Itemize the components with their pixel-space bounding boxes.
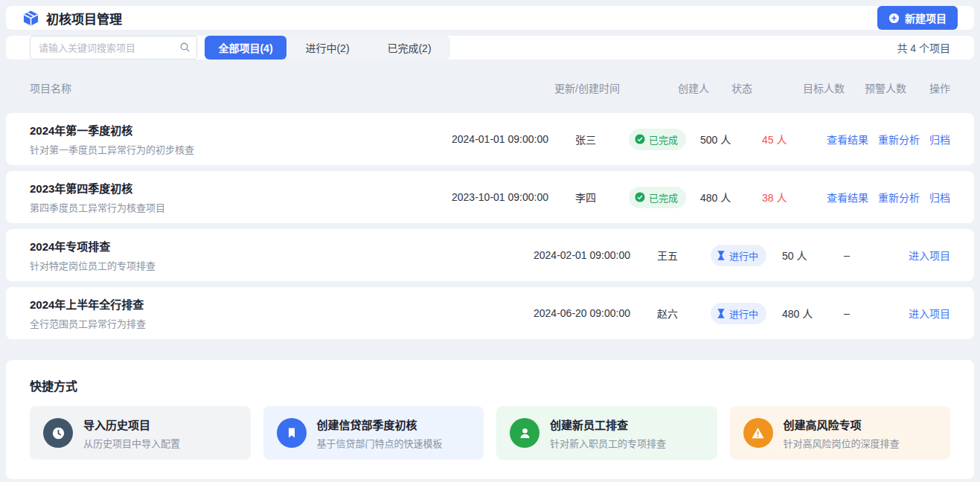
check-circle-icon	[635, 192, 645, 202]
project-description: 全行范围员工异常行为排查	[30, 316, 534, 330]
status-label: 进行中	[729, 306, 758, 321]
project-status-cell: 已完成	[629, 187, 700, 208]
project-title: 2024年上半年全行排查	[30, 296, 534, 312]
row-actions: 查看结果重新分析归档	[827, 132, 950, 147]
toolbar: 全部项目(4) 进行中(2) 已完成(2) 共 4 个项目	[6, 36, 974, 60]
column-header-name: 项目名称	[30, 80, 554, 95]
project-title: 2024年专项排查	[30, 238, 534, 254]
project-name-cell: 2024年第一季度初核 针对第一季度员工异常行为的初步核查	[30, 122, 452, 156]
row-action-link[interactable]: 归档	[929, 132, 950, 147]
row-action-link[interactable]: 查看结果	[827, 132, 868, 147]
table-header-row: 项目名称 更新/创建时间 创建人 状态 目标人数 预警人数 操作	[6, 65, 974, 107]
project-time: 2024-01-01 09:00:00	[452, 133, 575, 145]
target-count: 480 人	[782, 306, 844, 321]
table-row: 2024年专项排查 针对特定岗位员工的专项排查 2024-02-01 09:00…	[6, 229, 974, 281]
project-description: 针对第一季度员工异常行为的初步核查	[30, 142, 452, 156]
shortcut-description: 针对新入职员工的专项排查	[550, 436, 666, 450]
status-badge: 进行中	[711, 245, 766, 266]
cube-icon	[22, 10, 39, 27]
page-title: 初核项目管理	[46, 9, 122, 28]
column-header-time: 更新/创建时间	[554, 80, 678, 95]
tab-in-progress[interactable]: 进行中(2)	[286, 36, 368, 60]
shortcut-title: 创建高风险专项	[784, 417, 900, 432]
warning-icon	[743, 418, 773, 448]
shortcut-card[interactable]: 创建信贷部季度初核 基于信贷部门特点的快速模板	[263, 406, 484, 460]
column-header-warning: 预警人数	[865, 80, 929, 95]
hourglass-icon	[717, 251, 726, 260]
project-creator: 赵六	[657, 306, 711, 321]
target-count: 500 人	[700, 132, 762, 147]
project-name-cell: 2024年上半年全行排查 全行范围员工异常行为排查	[30, 296, 534, 330]
project-creator: 张三	[575, 132, 629, 147]
shortcut-title: 创建信贷部季度初核	[317, 417, 443, 432]
project-rows: 2024年第一季度初核 针对第一季度员工异常行为的初步核查 2024-01-01…	[6, 113, 974, 339]
shortcut-title: 创建新员工排查	[550, 417, 666, 432]
status-label: 进行中	[729, 248, 758, 263]
project-creator: 王五	[657, 248, 711, 263]
row-actions: 进入项目	[909, 248, 950, 263]
warning-count: 38 人	[762, 190, 827, 205]
search-box	[30, 36, 197, 60]
shortcut-text: 导入历史项目 从历史项目中导入配置	[83, 417, 180, 450]
row-action-link[interactable]: 进入项目	[909, 248, 950, 263]
column-header-status: 状态	[731, 80, 803, 95]
project-time: 2024-06-20 09:00:00	[534, 307, 657, 319]
row-actions: 查看结果重新分析归档	[827, 190, 950, 205]
project-count: 共 4 个项目	[897, 40, 950, 55]
shortcut-description: 针对高风险岗位的深度排查	[784, 436, 900, 450]
table-row: 2023年第四季度初核 第四季度员工异常行为核查项目 2023-10-01 09…	[6, 171, 974, 223]
shortcut-description: 从历史项目中导入配置	[83, 436, 180, 450]
row-actions: 进入项目	[909, 306, 950, 321]
warning-count: 45 人	[762, 132, 827, 147]
row-action-link[interactable]: 归档	[929, 190, 950, 205]
shortcuts-section: 快捷方式 导入历史项目 从历史项目中导入配置	[6, 360, 974, 479]
row-action-link[interactable]: 进入项目	[909, 306, 950, 321]
shortcut-title: 导入历史项目	[83, 417, 180, 432]
shortcut-card[interactable]: 创建新员工排查 针对新入职员工的专项排查	[496, 406, 717, 460]
project-time: 2023-10-01 09:00:00	[452, 191, 575, 203]
new-project-button[interactable]: 新建项目	[877, 6, 958, 30]
project-description: 第四季度员工异常行为核查项目	[30, 200, 452, 214]
project-status-cell: 已完成	[629, 129, 700, 150]
column-header-actions: 操作	[929, 80, 950, 95]
project-time: 2024-02-01 09:00:00	[534, 249, 657, 261]
project-status-cell: 进行中	[711, 245, 782, 266]
column-header-creator: 创建人	[678, 80, 731, 95]
shortcut-card[interactable]: 创建高风险专项 针对高风险岗位的深度排查	[730, 406, 951, 460]
check-circle-icon	[635, 134, 645, 144]
project-title: 2023年第四季度初核	[30, 180, 452, 196]
new-project-button-label: 新建项目	[905, 10, 947, 25]
shortcut-text: 创建信贷部季度初核 基于信贷部门特点的快速模板	[317, 417, 443, 450]
status-badge: 已完成	[629, 129, 686, 150]
bookmark-icon	[277, 418, 307, 448]
status-label: 已完成	[649, 190, 678, 205]
tab-completed[interactable]: 已完成(2)	[368, 36, 450, 60]
search-input[interactable]	[30, 36, 197, 60]
shortcut-card[interactable]: 导入历史项目 从历史项目中导入配置	[30, 406, 251, 460]
row-action-link[interactable]: 重新分析	[878, 132, 920, 147]
status-label: 已完成	[649, 132, 678, 147]
clock-icon	[43, 418, 73, 448]
hourglass-icon	[717, 309, 726, 318]
shortcut-text: 创建新员工排查 针对新入职员工的专项排查	[550, 417, 666, 450]
project-name-cell: 2024年专项排查 针对特定岗位员工的专项排查	[30, 238, 534, 272]
project-status-cell: 进行中	[711, 303, 782, 324]
page-header: 初核项目管理 新建项目	[6, 6, 974, 30]
shortcut-grid: 导入历史项目 从历史项目中导入配置 创建信贷部季度初核 基于信	[30, 406, 950, 460]
table-row: 2024年上半年全行排查 全行范围员工异常行为排查 2024-06-20 09:…	[6, 287, 974, 339]
tab-all-projects[interactable]: 全部项目(4)	[205, 36, 286, 60]
table-row: 2024年第一季度初核 针对第一季度员工异常行为的初步核查 2024-01-01…	[6, 113, 974, 165]
target-count: 480 人	[700, 190, 762, 205]
row-action-link[interactable]: 重新分析	[878, 190, 920, 205]
project-filter-tabs: 全部项目(4) 进行中(2) 已完成(2)	[205, 36, 450, 60]
search-icon	[179, 42, 190, 53]
project-title: 2024年第一季度初核	[30, 122, 452, 138]
shortcut-text: 创建高风险专项 针对高风险岗位的深度排查	[784, 417, 900, 450]
status-badge: 已完成	[629, 187, 686, 208]
row-action-link[interactable]: 查看结果	[827, 190, 868, 205]
shortcut-description: 基于信贷部门特点的快速模板	[317, 436, 443, 450]
target-count: 50 人	[782, 248, 844, 263]
project-description: 针对特定岗位员工的专项排查	[30, 258, 534, 272]
column-header-target: 目标人数	[803, 80, 865, 95]
user-icon	[510, 418, 539, 448]
